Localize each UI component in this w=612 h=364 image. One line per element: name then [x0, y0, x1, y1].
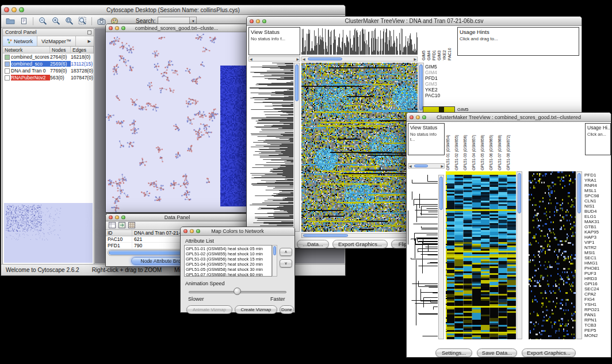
- zoom-window-icon[interactable]: [262, 19, 266, 23]
- float-panel-icon[interactable]: [87, 30, 91, 35]
- gene-label[interactable]: FIG4: [584, 297, 611, 302]
- scrollbar-thumb[interactable]: [273, 246, 276, 255]
- gene-label[interactable]: GIM5: [425, 64, 453, 70]
- scrollbar-thumb[interactable]: [308, 58, 342, 60]
- treeview-combined-titlebar[interactable]: ClusterMaker TreeView : combined_scores_…: [407, 113, 611, 122]
- treeview-dna-titlebar[interactable]: ClusterMaker TreeView : DNA and Tran 07-…: [247, 17, 582, 26]
- zoom-window-icon[interactable]: [121, 26, 125, 30]
- column-label[interactable]: GPL51-06 (GSM865): [489, 123, 498, 170]
- gene-label[interactable]: HRD3: [584, 276, 611, 281]
- horizontal-scrollbar[interactable]: [301, 233, 418, 238]
- column-header-id[interactable]: ID: [106, 230, 132, 236]
- gene-label[interactable]: TCB3: [584, 323, 611, 328]
- attribute-browser-icon[interactable]: [109, 220, 116, 231]
- scroll-right-icon[interactable]: ▶: [414, 57, 416, 61]
- network-overview-thumbnail[interactable]: [4, 203, 93, 263]
- scrollbar-thumb[interactable]: [439, 177, 443, 210]
- attribute-list-item[interactable]: GPL51-02 (GSM855) heat shock 10 min: [186, 251, 270, 256]
- scroll-right-icon[interactable]: ▶: [296, 57, 299, 61]
- scroll-left-icon[interactable]: ◀: [303, 57, 305, 61]
- gene-label[interactable]: SPC98: [584, 193, 611, 198]
- gene-label[interactable]: NIS1: [584, 204, 611, 209]
- column-label[interactable]: GPL51-07 (GSM868): [498, 123, 506, 170]
- map-colors-titlebar[interactable]: Map Colors to Network: [181, 227, 294, 236]
- network-list-item[interactable]: DNA and Tran 0 7769(0) 183728(0): [3, 67, 94, 74]
- scroll-left-icon[interactable]: ◀: [250, 57, 253, 61]
- attribute-list-item[interactable]: GPL51-05 (GSM858) heat shock 30 min: [186, 267, 270, 272]
- gene-label[interactable]: PFD1: [584, 173, 611, 178]
- column-label[interactable]: PAC10: [447, 27, 453, 60]
- zoom-window-icon[interactable]: [19, 7, 24, 13]
- minimize-icon[interactable]: [12, 7, 17, 13]
- zoom-window-icon[interactable]: [121, 216, 125, 220]
- gene-label[interactable]: SEC1: [584, 255, 611, 260]
- attribute-list-item[interactable]: GPL51-03 (GSM856) heat shock 15 min: [186, 256, 270, 262]
- gene-label[interactable]: PAN1: [584, 312, 611, 317]
- gene-label[interactable]: GIM3: [425, 81, 453, 87]
- column-label[interactable]: GIM5: [422, 27, 427, 60]
- column-label[interactable]: GPL51-02 (GSM855): [454, 123, 463, 170]
- gene-label[interactable]: RNR4: [584, 183, 611, 188]
- network-view-titlebar[interactable]: combined_scores_good.txt--cluste...: [106, 24, 247, 32]
- import-attributes-icon[interactable]: [118, 220, 125, 231]
- horizontal-scrollbar[interactable]: ◀▶: [248, 56, 300, 62]
- scrollbar-thumb[interactable]: [518, 173, 521, 213]
- gene-label[interactable]: PAC10: [425, 93, 453, 98]
- gene-label[interactable]: GIM4: [425, 70, 453, 75]
- move-up-button[interactable]: ∧: [280, 248, 292, 256]
- open-folder-icon[interactable]: [5, 16, 16, 26]
- minimize-icon[interactable]: [190, 229, 194, 233]
- expression-heatmap[interactable]: [446, 171, 516, 339]
- expression-heatmap[interactable]: [301, 63, 418, 232]
- column-header-network[interactable]: Network: [3, 47, 50, 53]
- data-panel-titlebar[interactable]: Data Panel: [106, 214, 248, 221]
- column-header-nodes[interactable]: Nodes: [50, 47, 71, 53]
- horizontal-scrollbar[interactable]: ◀▶: [301, 56, 418, 62]
- column-label[interactable]: GPL51-03 (GSM856): [463, 123, 472, 170]
- export-graphics-button[interactable]: Export Graphics...: [332, 240, 388, 248]
- animate-vizmap-button[interactable]: Animate Vizmap: [186, 305, 232, 314]
- minimize-icon[interactable]: [115, 216, 119, 220]
- gene-label[interactable]: SEC24: [584, 286, 611, 292]
- gene-label[interactable]: CLN1: [584, 198, 611, 204]
- gene-label[interactable]: YRA1: [584, 178, 611, 183]
- close-icon[interactable]: [109, 216, 113, 220]
- column-label[interactable]: GPL51-05 (GSM858): [480, 123, 489, 170]
- scrollbar-thumb[interactable]: [295, 64, 299, 101]
- move-down-button[interactable]: ∨: [280, 259, 292, 267]
- gene-label[interactable]: PUF3: [584, 271, 611, 276]
- gene-label[interactable]: MSI1: [584, 250, 611, 255]
- tab-vizmapper[interactable]: VizMapper™: [37, 36, 76, 46]
- column-label[interactable]: YKE2: [442, 27, 447, 60]
- scrollbar-thumb[interactable]: [419, 64, 423, 110]
- minimize-icon[interactable]: [115, 26, 119, 30]
- matrix-icon[interactable]: [128, 220, 135, 231]
- gene-label[interactable]: BUD4: [584, 209, 611, 214]
- gene-label[interactable]: PHO81: [584, 266, 611, 271]
- gene-label[interactable]: MAK31: [584, 219, 611, 224]
- gene-label[interactable]: CPA2: [584, 292, 611, 297]
- gene-label[interactable]: MON2: [584, 333, 611, 338]
- import-network-icon[interactable]: [18, 16, 29, 26]
- network-list-item[interactable]: combined_scores 2764(0) 16218(0): [3, 53, 94, 60]
- gene-label[interactable]: VIP1: [584, 240, 611, 245]
- column-header-edges[interactable]: Edges: [71, 47, 94, 53]
- save-data-button[interactable]: ...Data...: [297, 240, 329, 248]
- close-icon[interactable]: [183, 229, 188, 233]
- speed-slider-thumb[interactable]: [234, 288, 241, 295]
- attribute-list-item[interactable]: GPL51-01 (GSM854) heat shock 05 min: [186, 246, 270, 251]
- gene-label[interactable]: GPI16: [584, 281, 611, 286]
- gene-label[interactable]: PEP5: [584, 328, 611, 333]
- done-button[interactable]: Done: [280, 305, 294, 314]
- minimize-icon[interactable]: [416, 115, 420, 119]
- gene-label[interactable]: GIM5: [457, 107, 480, 112]
- column-label[interactable]: PFD1: [432, 27, 437, 60]
- horizontal-scrollbar[interactable]: ◀▶: [408, 163, 445, 168]
- secondary-heatmap[interactable]: [529, 171, 576, 339]
- vertical-scrollbar[interactable]: [517, 171, 522, 339]
- column-dendrogram[interactable]: [301, 27, 418, 55]
- scrollbar-thumb[interactable]: [303, 234, 348, 237]
- close-icon[interactable]: [250, 19, 254, 23]
- scroll-left-icon[interactable]: ◀: [409, 164, 412, 168]
- gene-label[interactable]: HMG1: [584, 260, 611, 266]
